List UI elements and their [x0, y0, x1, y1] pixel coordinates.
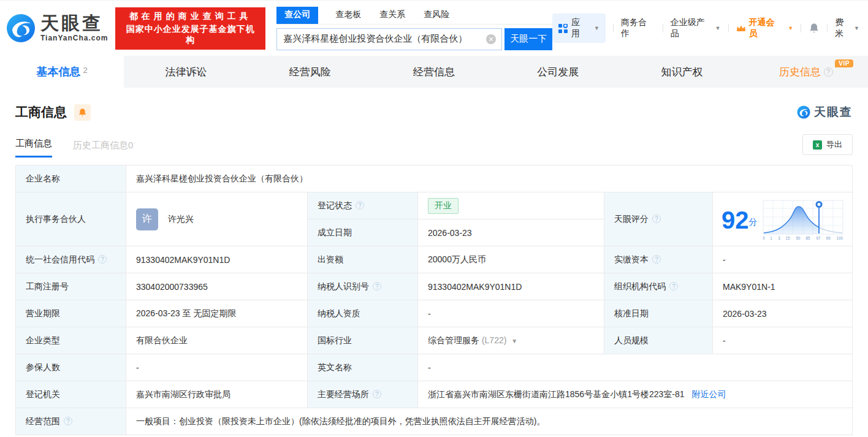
search-tab-risk[interactable]: 查风险 — [422, 7, 451, 24]
help-icon[interactable]: ? — [669, 282, 678, 291]
enterprise-label: 企业级产品 — [671, 17, 714, 39]
nearby-companies-link[interactable]: 附近公司 — [691, 389, 726, 399]
english-name-value: - — [418, 354, 853, 381]
staff-size-value: - — [713, 327, 853, 354]
search-row: ✕ 天眼一下 — [276, 28, 552, 50]
help-icon[interactable]: ? — [652, 255, 661, 264]
open-vip-button[interactable]: 开通会员 ▼ — [736, 17, 794, 39]
label-text: 纳税人识别号 — [318, 281, 369, 291]
business-term-value: 2026-03-23 至 无固定期限 — [126, 300, 308, 327]
table-row: 经营范围? 一般项目：创业投资（限投资未上市企业）(除依法须经批准的项目外，凭营… — [16, 408, 853, 435]
help-icon[interactable]: ? — [373, 282, 381, 291]
section-header: 工商信息 天眼查 — [15, 104, 853, 121]
nav-divider — [827, 24, 828, 32]
score-number: 92分 — [721, 208, 758, 232]
field-label: 执行事务合伙人 — [16, 192, 126, 246]
field-label: 天眼评分? — [604, 192, 713, 246]
search-input[interactable] — [276, 28, 502, 50]
table-row: 营业期限 2026-03-23 至 无固定期限 纳税人资质 - 核准日期 202… — [16, 300, 853, 327]
export-label: 导出 — [826, 139, 842, 150]
industry-value: 综合管理服务 — [428, 335, 479, 345]
help-icon[interactable]: ? — [824, 67, 833, 77]
tab-history-label: 历史信息 — [779, 65, 821, 79]
partner-name-link[interactable]: 许光兴 — [168, 214, 194, 224]
chevron-down-icon: ▼ — [594, 25, 600, 31]
company-tab-bar: 基本信息 2 法律诉讼 经营风险 经营信息 公司发展 知识产权 VIP 历史信息… — [0, 56, 868, 88]
tianyancha-logo[interactable]: 天眼查 TianYanCha.com — [6, 13, 108, 43]
tab-basic-label: 基本信息 — [37, 64, 81, 79]
tab-legal[interactable]: 法律诉讼 — [124, 56, 248, 88]
apps-grid-icon — [558, 24, 568, 33]
tab-history-info[interactable]: VIP 历史信息 ? — [744, 56, 868, 88]
capital-value: 20000万人民币 — [418, 246, 604, 273]
score-distribution-chart: 01 315 5085 9799 100 — [763, 200, 843, 240]
help-icon[interactable]: ? — [356, 201, 364, 210]
approval-date-value: 2026-03-23 — [713, 300, 853, 327]
tianyancha-logo-icon — [6, 13, 36, 43]
sub-tab-bar: 工商信息 历史工商信息0 x 导出 — [15, 134, 853, 158]
company-name-value: 嘉兴泽科星槎创业投资合伙企业（有限合伙） — [126, 165, 853, 192]
search-tab-company[interactable]: 查公司 — [276, 7, 318, 24]
industry-value-cell: 综合管理服务 (L722) ▼ — [418, 327, 604, 354]
tab-intellectual-property[interactable]: 知识产权 — [620, 56, 744, 88]
apps-menu[interactable]: 应用 ▼ — [552, 13, 606, 43]
chevron-down-icon: ▼ — [788, 25, 793, 31]
bell-curve-chart — [763, 200, 843, 235]
table-row: 企业名称 嘉兴泽科星槎创业投资合伙企业（有限合伙） — [16, 165, 853, 192]
clear-icon[interactable]: ✕ — [486, 34, 496, 44]
bell-icon — [809, 23, 820, 34]
business-address-value: 浙江省嘉兴市南湖区东栅街道南江路1856号基金小镇1号楼223室-81 — [428, 389, 685, 399]
monitor-bell-button[interactable] — [74, 104, 91, 121]
export-button[interactable]: x 导出 — [802, 134, 853, 155]
nav-divider — [801, 24, 801, 32]
user-menu[interactable]: 费米 ▼ — [835, 17, 859, 39]
field-label: 人员规模 — [604, 327, 713, 354]
reg-authority-value: 嘉兴市南湖区行政审批局 — [126, 381, 308, 408]
field-label: 营业期限 — [16, 300, 126, 327]
credit-code-value: 91330402MAK9Y01N1D — [126, 246, 308, 273]
search-tabs: 查公司 查老板 查关系 查风险 — [276, 7, 552, 25]
help-icon[interactable]: ? — [64, 417, 72, 425]
company-type-value: 有限合伙企业 — [126, 327, 308, 354]
subtab-history-business-info[interactable]: 历史工商信息0 — [73, 140, 133, 158]
tianyan-score-cell: 92分 — [713, 192, 853, 246]
bell-icon — [78, 108, 87, 117]
tab-company-development[interactable]: 公司发展 — [496, 56, 620, 88]
reg-status-cell: 开业 — [418, 192, 604, 219]
field-label: 工商注册号 — [16, 273, 126, 300]
search-button[interactable]: 天眼一下 — [504, 28, 552, 50]
search-tab-boss[interactable]: 查老板 — [334, 7, 362, 24]
org-code-value: MAK9Y01N-1 — [713, 273, 853, 300]
field-label: 企业类型 — [16, 327, 126, 354]
tab-basic-info[interactable]: 基本信息 2 — [0, 56, 124, 88]
tab-operating-info[interactable]: 经营信息 — [372, 56, 496, 88]
slogan-banner: 都在用的商业查询工具 国家中小企业发展子基金旗下机构 — [115, 7, 265, 50]
chevron-down-icon[interactable]: ▼ — [511, 338, 517, 344]
search-tab-relation[interactable]: 查关系 — [378, 7, 406, 24]
label-text: 经营范围 — [26, 416, 60, 426]
field-label: 纳税人资质 — [308, 300, 418, 327]
slogan-line1: 都在用的商业查询工具 — [121, 11, 259, 22]
nav-divider — [728, 24, 729, 32]
nav-cooperation[interactable]: 商务合作 — [621, 17, 655, 39]
label-text: 天眼评分 — [614, 214, 649, 224]
vip-badge: VIP — [835, 59, 853, 67]
score-value: 92 — [721, 207, 749, 234]
help-icon[interactable]: ? — [652, 215, 661, 223]
business-scope-value: 一般项目：创业投资（限投资未上市企业）(除依法须经批准的项目外，凭营业执照依法自… — [126, 408, 853, 435]
nav-enterprise[interactable]: 企业级产品 ▼ — [671, 17, 721, 39]
tab-business-risk[interactable]: 经营风险 — [248, 56, 372, 88]
avatar[interactable]: 许 — [136, 208, 158, 230]
label-text: 主要经营场所 — [318, 389, 369, 399]
header-nav: 应用 ▼ 商务合作 企业级产品 ▼ 开通会员 ▼ — [552, 13, 859, 43]
field-label: 参保人数 — [16, 354, 126, 381]
notification-bell-icon[interactable] — [809, 23, 820, 34]
label-text: 统一社会信用代码 — [26, 254, 94, 264]
taxpayer-id-value: 91330402MAK9Y01N1D — [418, 273, 604, 300]
paid-capital-value: - — [713, 246, 853, 273]
subtab-business-info[interactable]: 工商信息 — [15, 138, 52, 158]
taxpayer-qualification-value: - — [418, 300, 604, 327]
field-label: 统一社会信用代码? — [16, 246, 126, 273]
help-icon[interactable]: ? — [98, 255, 107, 264]
help-icon[interactable]: ? — [373, 390, 381, 398]
